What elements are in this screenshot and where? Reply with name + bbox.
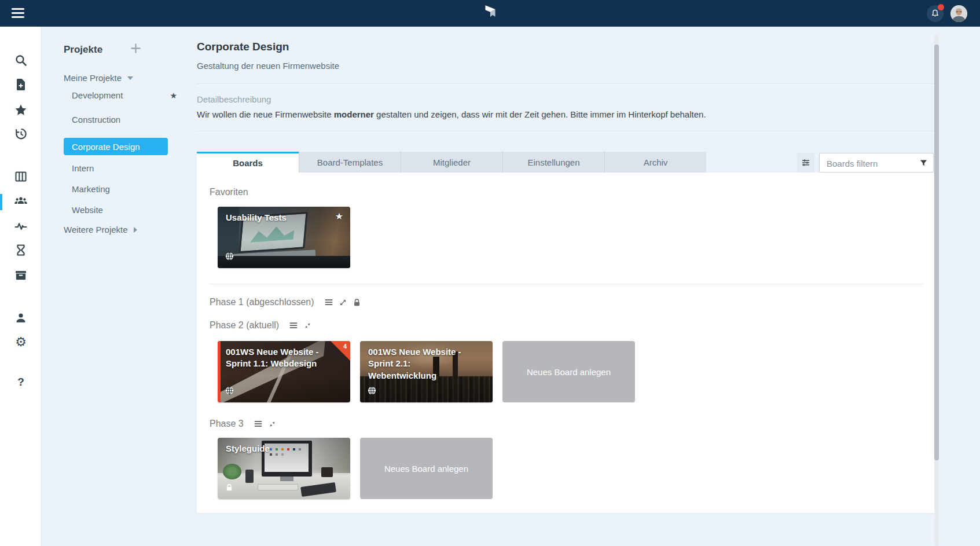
divider <box>210 284 923 284</box>
public-globe-icon <box>368 386 376 397</box>
sidebar-item-intern[interactable]: Intern <box>72 163 182 173</box>
board-card-sprint-2-1[interactable]: 001WS Neue Website - Sprint 2.1: Webentw… <box>360 341 493 402</box>
board-title: 001WS Neue Website - Sprint 2.1: Webentw… <box>368 346 473 382</box>
item-label: Marketing <box>72 184 110 194</box>
item-label: Website <box>72 205 103 215</box>
archive-icon[interactable] <box>14 268 28 282</box>
item-label: Development <box>72 90 123 100</box>
sidebar-group-my-projects[interactable]: Meine Projekte <box>64 73 133 83</box>
collapse-section-icon[interactable] <box>268 420 277 428</box>
tab-boards[interactable]: Boards <box>197 152 299 173</box>
group-label: Meine Projekte <box>64 73 122 83</box>
unread-badge <box>938 4 944 10</box>
section-phase3-label: Phase 3 <box>210 419 244 429</box>
public-globe-icon <box>225 252 234 263</box>
item-label-selected: Corporate Design <box>72 142 140 152</box>
view-options-button[interactable] <box>797 153 814 173</box>
sliders-icon <box>801 157 811 168</box>
add-board-button[interactable]: Neues Board anlegen <box>360 438 493 499</box>
tabs-row: Boards Board-Templates Mitglieder Einste… <box>197 152 935 173</box>
history-icon[interactable] <box>14 127 28 141</box>
sidebar-item-website[interactable]: Website <box>72 205 182 215</box>
team-icon[interactable] <box>14 194 28 208</box>
notifications-button[interactable] <box>927 5 944 22</box>
activity-pulse-icon[interactable] <box>14 219 28 233</box>
board-title: Usability Tests <box>226 212 331 223</box>
divider <box>197 83 935 84</box>
tab-mitglieder[interactable]: Mitglieder <box>401 152 502 173</box>
section-favoriten-label: Favoriten <box>210 187 923 197</box>
chevron-down-icon <box>127 76 133 80</box>
board-title: 001WS Neue Website - Sprint 1.1: Webdesi… <box>226 346 331 370</box>
boards-filter-input[interactable] <box>825 153 915 173</box>
board-card-usability-tests[interactable]: Usability Tests ★ <box>218 207 350 268</box>
boards-panel: Favoriten Usability Tests ★ Phase 1 <box>197 173 935 513</box>
open-tasks-badge: 4 <box>343 343 347 350</box>
overdue-stripe <box>218 341 221 402</box>
section-phase3-header: Phase 3 <box>210 419 923 429</box>
hamburger-menu-icon[interactable] <box>12 8 24 19</box>
sidebar-item-development[interactable]: Development ★ <box>72 90 182 100</box>
favorite-star-icon: ★ <box>170 91 177 100</box>
sidebar-item-marketing[interactable]: Marketing <box>72 184 182 194</box>
main-content: Corporate Design Gestaltung der neuen Fi… <box>197 27 935 513</box>
list-menu-icon[interactable] <box>289 321 298 330</box>
settings-gear-icon[interactable]: ⚙ <box>14 335 28 349</box>
expand-section-icon[interactable] <box>339 298 347 307</box>
group-label: Weitere Projekte <box>64 225 128 234</box>
board-card-sprint-1-1[interactable]: 4 001WS Neue Website - Sprint 1.1: Webde… <box>218 341 350 402</box>
collapse-section-icon[interactable] <box>303 321 312 330</box>
private-lock-icon <box>225 483 233 494</box>
boards-filter-field <box>819 153 934 173</box>
user-avatar[interactable] <box>950 5 967 22</box>
list-menu-icon[interactable] <box>254 419 263 428</box>
scrollbar-thumb[interactable] <box>934 45 939 460</box>
sidebar-title: Projekte <box>64 44 102 56</box>
sidebar-item-corporate-design[interactable]: Corporate Design <box>64 138 168 155</box>
item-label: Construction <box>72 115 120 124</box>
projects-sidebar: Projekte Meine Projekte Development ★ Co… <box>42 27 197 546</box>
filter-funnel-icon <box>919 158 928 168</box>
note-add-icon[interactable] <box>14 78 28 91</box>
app-logo-icon <box>483 4 498 23</box>
section-phase2-header: Phase 2 (aktuell) <box>210 320 923 331</box>
description-bold: moderner <box>334 109 374 119</box>
lock-icon <box>353 298 361 307</box>
board-card-styleguide[interactable]: Styleguide <box>218 438 350 499</box>
badge-corner <box>331 341 350 361</box>
board-title: Styleguide <box>226 443 331 455</box>
description-text: gestalten und zeigen, dass wir mit der Z… <box>374 109 706 119</box>
tab-archiv[interactable]: Archiv <box>604 152 706 173</box>
help-icon[interactable]: ? <box>14 375 28 389</box>
page-subtitle: Gestaltung der neuen Firmenwebsite <box>197 61 935 71</box>
hourglass-icon[interactable] <box>14 243 28 257</box>
top-bar <box>0 0 980 27</box>
kanban-board-icon[interactable] <box>14 170 28 184</box>
tab-einstellungen[interactable]: Einstellungen <box>502 152 604 173</box>
project-description: Wir wollen die neue Firmenwebsite modern… <box>197 109 935 119</box>
item-label: Intern <box>72 163 94 173</box>
tab-board-templates[interactable]: Board-Templates <box>299 152 401 173</box>
board-favorite-star-icon[interactable]: ★ <box>335 211 343 222</box>
bell-icon <box>930 9 940 19</box>
section-phase1-label: Phase 1 (abgeschlossen) <box>210 297 314 307</box>
divider <box>197 131 935 131</box>
list-menu-icon[interactable] <box>324 298 333 307</box>
icon-rail: ⚙ ? <box>0 27 42 546</box>
page-title: Corporate Design <box>197 41 935 53</box>
star-icon[interactable] <box>14 103 28 117</box>
detail-description-label: Detailbeschreibung <box>197 94 935 104</box>
section-phase2-label: Phase 2 (aktuell) <box>210 320 279 331</box>
add-board-button[interactable]: Neues Board anlegen <box>502 341 635 402</box>
chevron-right-icon <box>134 227 137 233</box>
description-text: Wir wollen die neue Firmenwebsite <box>197 109 334 119</box>
public-globe-icon <box>225 386 234 397</box>
add-project-icon[interactable] <box>130 43 141 56</box>
profile-person-icon[interactable] <box>14 311 28 325</box>
active-section-indicator <box>0 194 2 210</box>
sidebar-item-construction[interactable]: Construction <box>72 115 182 124</box>
sidebar-group-more-projects[interactable]: Weitere Projekte <box>64 225 137 234</box>
search-icon[interactable] <box>14 53 28 67</box>
sidebar-header: Projekte <box>64 43 141 56</box>
section-phase1-header: Phase 1 (abgeschlossen) <box>210 297 923 307</box>
